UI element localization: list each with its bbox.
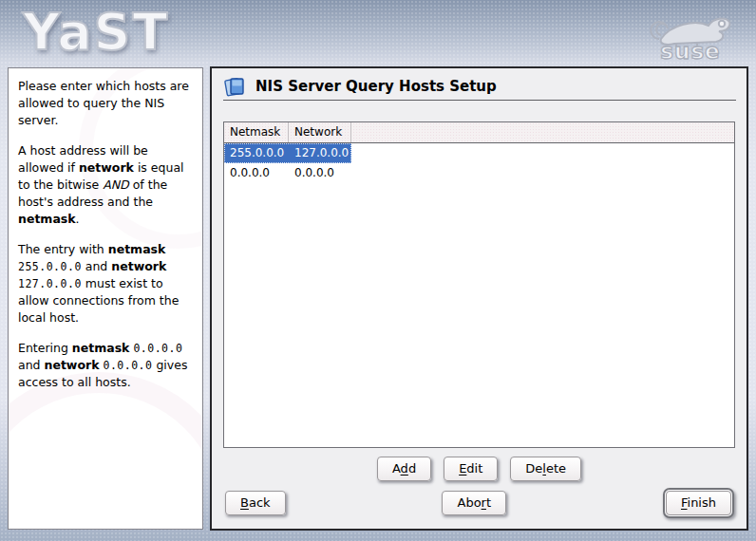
- query-hosts-table: Netmask Network 255.0.0.0127.0.0.00.0.0.…: [223, 121, 735, 448]
- column-header-netmask[interactable]: Netmask: [224, 122, 289, 142]
- abort-button[interactable]: Abort: [442, 491, 506, 515]
- table-cell: 127.0.0.0: [289, 143, 351, 163]
- help-panel: Please enter which hosts are allowed to …: [8, 67, 203, 530]
- table-row[interactable]: 255.0.0.0127.0.0.0: [224, 143, 734, 163]
- watermark-circle: [8, 372, 203, 530]
- default-button-ring: Finish: [663, 488, 734, 518]
- column-header-network[interactable]: Network: [289, 122, 351, 142]
- yast-logo: YaST: [23, 2, 169, 62]
- page-title: NIS Server Query Hosts Setup: [255, 78, 497, 95]
- table-header-row: Netmask Network: [224, 122, 734, 143]
- title-separator: [223, 100, 736, 101]
- suse-logo-text: suse: [660, 39, 720, 63]
- help-paragraph: Entering netmask 0.0.0.0 and network 0.0…: [18, 340, 193, 391]
- help-paragraph: The entry with netmask 255.0.0.0 and net…: [18, 241, 193, 326]
- help-paragraph: A host address will be allowed if networ…: [18, 142, 193, 228]
- top-banner: YaST suse: [0, 0, 756, 65]
- back-button[interactable]: Back: [225, 491, 286, 515]
- table-cell: 0.0.0.0: [289, 163, 351, 183]
- help-text: Please enter which hosts are allowed to …: [9, 68, 202, 391]
- help-paragraph: Please enter which hosts are allowed to …: [18, 78, 193, 129]
- dialog-heading: NIS Server Query Hosts Setup: [223, 75, 497, 98]
- suse-chameleon-logo: suse: [638, 4, 743, 63]
- add-button[interactable]: Add: [377, 457, 431, 481]
- table-cell: 0.0.0.0: [224, 163, 289, 183]
- table-cell: 255.0.0.0: [224, 143, 289, 163]
- delete-button[interactable]: Delete: [510, 457, 581, 481]
- table-body: 255.0.0.0127.0.0.00.0.0.00.0.0.0: [224, 143, 734, 183]
- finish-button[interactable]: Finish: [666, 491, 731, 515]
- table-actions: AddEditDelete: [212, 457, 747, 481]
- wizard-actions: Back Abort Finish: [225, 488, 734, 518]
- documents-icon: [223, 75, 246, 98]
- wizard-panel: NIS Server Query Hosts Setup Netmask Net…: [210, 66, 748, 531]
- table-row[interactable]: 0.0.0.00.0.0.0: [224, 163, 734, 183]
- column-header-filler: [351, 122, 734, 142]
- edit-button[interactable]: Edit: [444, 457, 498, 481]
